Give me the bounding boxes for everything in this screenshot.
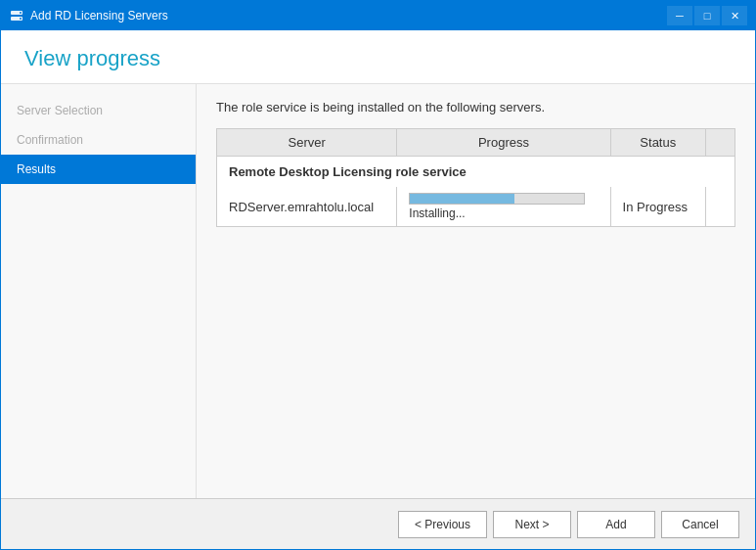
column-status: Status: [610, 129, 705, 157]
title-bar-controls: ─ □ ✕: [667, 6, 747, 25]
close-button[interactable]: ✕: [722, 6, 747, 25]
progress-cell: Installing...: [397, 187, 610, 227]
content-area: View progress Server Selection Confirmat…: [1, 30, 755, 498]
sidebar-item-confirmation[interactable]: Confirmation: [1, 125, 196, 155]
column-progress: Progress: [397, 129, 610, 157]
maximize-button[interactable]: □: [694, 6, 720, 25]
role-group-row: Remote Desktop Licensing role service: [217, 157, 735, 188]
minimize-button[interactable]: ─: [667, 6, 692, 25]
sidebar-item-server-selection[interactable]: Server Selection: [1, 96, 196, 125]
table-row: RDServer.emrahtolu.local Installing... I…: [217, 187, 735, 227]
server-icon: [9, 8, 24, 23]
page-title: View progress: [24, 46, 732, 71]
description-text: The role service is being installed on t…: [216, 100, 735, 115]
title-bar-left: Add RD Licensing Servers: [9, 8, 168, 23]
status-cell: In Progress: [610, 187, 705, 227]
table-header-row: Server Progress Status: [217, 129, 735, 157]
role-group-label: Remote Desktop Licensing role service: [217, 157, 735, 188]
header-section: View progress: [1, 30, 755, 84]
main-body: Server Selection Confirmation Results Th…: [1, 84, 755, 498]
right-panel: The role service is being installed on t…: [197, 84, 755, 498]
progress-bar-container: [409, 193, 585, 205]
window-title: Add RD Licensing Servers: [30, 9, 168, 23]
title-bar: Add RD Licensing Servers ─ □ ✕: [1, 1, 755, 30]
cancel-button[interactable]: Cancel: [661, 511, 739, 538]
add-button[interactable]: Add: [577, 511, 655, 538]
footer: < Previous Next > Add Cancel: [1, 498, 755, 549]
sidebar-item-label: Results: [17, 162, 56, 176]
server-name: RDServer.emrahtolu.local: [217, 187, 397, 227]
sidebar-item-results[interactable]: Results: [1, 155, 196, 184]
progress-bar-fill: [410, 194, 514, 204]
column-server: Server: [217, 129, 397, 157]
results-table: Server Progress Status Remote Desktop Li…: [216, 128, 735, 227]
sidebar-item-label: Confirmation: [17, 133, 83, 147]
status-extra: [706, 187, 735, 227]
svg-point-2: [20, 12, 22, 14]
sidebar: Server Selection Confirmation Results: [1, 84, 197, 498]
installing-text: Installing...: [409, 206, 598, 220]
main-window: Add RD Licensing Servers ─ □ ✕ View prog…: [0, 0, 756, 550]
column-extra: [706, 129, 735, 157]
svg-point-3: [20, 18, 22, 20]
next-button[interactable]: Next >: [493, 511, 571, 538]
previous-button[interactable]: < Previous: [398, 511, 487, 538]
sidebar-item-label: Server Selection: [17, 104, 103, 117]
